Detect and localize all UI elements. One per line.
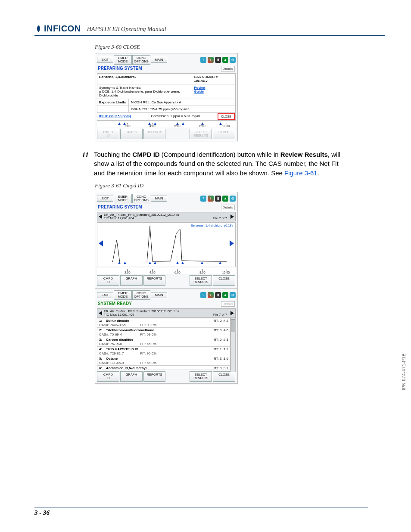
osha-pel: OSHA PEL: TWA 75 ppm (450 mg/m³) <box>129 106 235 112</box>
toolbar: EXIT EMER MODE CONC OPTIONS MAIN ? i ▮ ▲… <box>95 192 237 203</box>
reports-button[interactable]: REPORTS <box>143 129 166 139</box>
compound-row[interactable]: 6:Acetamide, N,N-dimethylRT: 3 :3 1 <box>97 366 230 370</box>
close-button[interactable]: CLOSE <box>213 371 235 382</box>
bottom-toolbar: CMPD ID GRAPH REPORTS . SELECT RESULTS C… <box>97 371 236 382</box>
ipn-code: IPN 074-471-P1B <box>402 353 406 390</box>
cmpd-id-button[interactable]: CMPD ID <box>97 371 119 382</box>
details-button[interactable]: Details <box>221 301 235 307</box>
globe-icon[interactable]: ◍ <box>230 57 236 63</box>
brand-text: INFICON <box>44 24 81 34</box>
compound-row[interactable]: 4:TRIS HAPSITE IS #1RT: 1 :1 2CAS#: 729-… <box>97 347 230 356</box>
status-bar: PREPARING SYSTEM Details <box>95 203 237 212</box>
status-text: PREPARING SYSTEM <box>98 66 142 71</box>
status-green-icon: ▲ <box>222 292 228 298</box>
select-results-button[interactable]: SELECT RESULTS <box>190 371 212 382</box>
select-results-button[interactable]: SELECT RESULTS <box>190 129 212 139</box>
info-icon[interactable]: i <box>208 292 214 298</box>
help-icon[interactable]: ? <box>200 196 206 202</box>
close-button-highlighted[interactable]: CLOSE <box>218 113 235 120</box>
conc-options-button[interactable]: CONC OPTIONS <box>132 290 150 300</box>
page-number: 3 - 36 <box>34 509 50 516</box>
bottom-toolbar: CMPD ID GRAPH REPORTS . SELECT RESULTS C… <box>97 275 236 286</box>
synonyms-label: Synonyms & Trade Names; <box>99 86 141 90</box>
synonyms-text: p-DCB; 1,4-Dichlorobenzene; para-Dichlor… <box>99 90 180 97</box>
scrollbar-thumb[interactable] <box>231 319 235 332</box>
toolbar: EXIT EMER MODE CONC OPTIONS MAIN ? i ▮ ▲… <box>95 53 237 65</box>
next-file-icon[interactable] <box>230 311 234 315</box>
cas-label: CAS NUMBER: <box>194 75 218 79</box>
niosh-rel: NIOSH REL: Ca See Appendix A <box>129 99 235 106</box>
step-11-paragraph: 11 Touching the CMPD ID (Compound Identi… <box>82 150 349 178</box>
select-results-button[interactable]: SELECT RESULTS <box>190 275 212 286</box>
emer-mode-button[interactable]: EMER MODE <box>114 194 132 203</box>
file-header: ER_Air_Tri-Bed_PPB_Standard_20100112_001… <box>97 308 236 318</box>
details-button[interactable]: Details <box>221 205 235 210</box>
info-icon[interactable]: i <box>208 196 214 202</box>
tic-max: TIC Max: 17,061,404 <box>104 313 134 317</box>
prev-file-icon[interactable] <box>99 215 102 219</box>
help-icon[interactable]: ? <box>200 292 206 298</box>
cmpd-id-button[interactable]: CMPD ID <box>97 275 119 286</box>
file-count: File 7 of 7 <box>213 313 227 317</box>
status-bar: SYSTEM READY Details <box>95 300 237 308</box>
exit-button[interactable]: EXIT <box>97 57 113 63</box>
reports-button[interactable]: REPORTS <box>143 371 166 382</box>
exit-button[interactable]: EXIT <box>97 292 113 298</box>
brand-icon <box>34 25 42 33</box>
figure-60-caption: Figure 3-60 CLOSE <box>95 44 385 50</box>
figure-61-caption: Figure 3-61 Cmpd ID <box>95 182 385 189</box>
globe-icon[interactable]: ◍ <box>230 292 236 298</box>
graph-button[interactable]: GRAPH <box>120 275 143 286</box>
close-button[interactable]: CLOSE <box>213 275 235 286</box>
page-header: INFICON HAPSITE ER Operating Manual <box>34 24 385 36</box>
toolbar: EXIT EMER MODE CONC OPTIONS MAIN ? i ▮ ▲… <box>95 288 237 300</box>
close-button[interactable]: CLOSE <box>213 129 235 139</box>
main-button[interactable]: MAIN <box>151 57 167 63</box>
details-button[interactable]: Details <box>221 66 235 72</box>
compound-row[interactable]: 2:TrichloromonofluoromethaneRT: 0 :4 6CA… <box>97 328 230 337</box>
conc-options-button[interactable]: CONC OPTIONS <box>132 55 150 65</box>
idlh-link[interactable]: IDLH: Ca [150 ppm] <box>97 113 149 120</box>
main-button[interactable]: MAIN <box>151 292 167 298</box>
info-icon[interactable]: i <box>208 57 214 63</box>
status-green-icon: ▲ <box>222 57 228 63</box>
prev-file-icon[interactable] <box>99 311 102 315</box>
bottom-toolbar: CMPD ID GRAPH REPORTS . SELECT RESULTS C… <box>97 129 236 139</box>
status-green-icon: ▲ <box>222 196 228 202</box>
tic-max: TIC Max: 17,061,404 <box>104 216 134 220</box>
emer-mode-button[interactable]: EMER MODE <box>114 55 132 65</box>
figure-link[interactable]: Figure 3-61 <box>284 169 318 177</box>
next-file-icon[interactable] <box>230 215 234 219</box>
help-icon[interactable]: ? <box>200 57 206 63</box>
battery-icon: ▮ <box>215 292 221 298</box>
exit-button[interactable]: EXIT <box>97 196 113 202</box>
compound-row[interactable]: 3:Carbon disulfideRT: 0 :5 3CAS#: 75-15-… <box>97 337 230 347</box>
file-count: File 7 of 7 <box>213 217 227 220</box>
manual-title: HAPSITE ER Operating Manual <box>87 26 166 34</box>
chromatogram-chart: Benzene, 1,4-dichloro- (6:18) <box>97 222 236 267</box>
file-header: ER_Air_Tri-Bed_PPB_Standard_20100112_001… <box>97 212 236 222</box>
compound-info-panel: Benzene, 1,4-dichloro- CAS NUMBER: 106-4… <box>97 73 236 121</box>
compound-row[interactable]: 1:Sulfur dioxideRT: 0 :4 2CAS#: 7446-09-… <box>97 318 230 328</box>
status-text: PREPARING SYSTEM <box>98 205 142 209</box>
figure-61-screenshot: EXIT EMER MODE CONC OPTIONS MAIN ? i ▮ ▲… <box>95 192 238 384</box>
compound-row[interactable]: 5:OctaneRT: 3 :1 6CAS#: 111-65-9FIT: 66.… <box>97 356 230 366</box>
scrollbar[interactable] <box>230 318 236 372</box>
exposure-limits-label: Exposure Limits <box>97 99 129 106</box>
reports-button[interactable]: REPORTS <box>143 275 166 286</box>
compound-list: 1:Sulfur dioxideRT: 0 :4 2CAS#: 7446-09-… <box>97 318 230 370</box>
cmpd-id-button[interactable]: CMPD ID <box>97 129 119 139</box>
time-axis: 2:00 4:00 6:00 8:00 10:00 <box>97 268 236 274</box>
graph-button[interactable]: GRAPH <box>120 371 143 382</box>
main-button[interactable]: MAIN <box>151 196 167 202</box>
conc-options-button[interactable]: CONC OPTIONS <box>132 194 150 203</box>
pocket-guide-link[interactable]: PocketGuide <box>194 86 205 93</box>
step-number: 11 <box>82 150 89 178</box>
time-axis: 2:00 4:00 6:00 8:00 10:00 <box>97 121 236 128</box>
compound-name: Benzene, 1,4-dichloro- <box>97 74 192 84</box>
emer-mode-button[interactable]: EMER MODE <box>114 290 132 300</box>
cas-number: 106-46-7 <box>194 79 208 83</box>
graph-button[interactable]: GRAPH <box>120 129 143 139</box>
globe-icon[interactable]: ◍ <box>230 196 236 202</box>
status-bar: PREPARING SYSTEM Details <box>95 65 237 73</box>
